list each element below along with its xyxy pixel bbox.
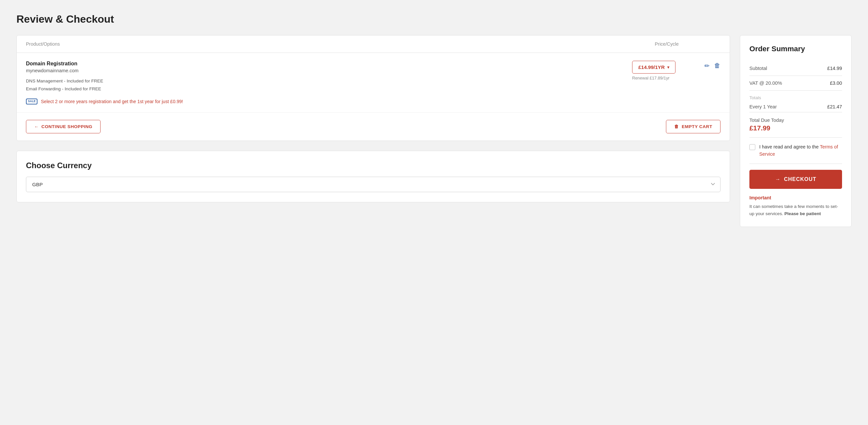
tos-checkbox[interactable] [749, 144, 755, 150]
total-due-label: Total Due Today [749, 118, 842, 123]
subtotal-value: £14.99 [827, 66, 842, 71]
cart-item-actions: ✏ 🗑 [704, 62, 720, 70]
vat-label: VAT @ 20.00% [749, 80, 782, 86]
renewal-text: Renewal £17.89/1yr [632, 75, 670, 80]
cart-item-row: Domain Registration mynewdomainname.com … [26, 61, 720, 104]
col-price-header: Price/Cycle [655, 41, 720, 46]
every1year-value: £21.47 [827, 104, 842, 109]
chevron-down-icon: ▾ [667, 65, 669, 70]
cart-item-price-col: £14.99/1YR ▾ Renewal £17.89/1yr [632, 61, 698, 80]
totals-section-label: Totals [749, 91, 842, 101]
important-title: Important [749, 194, 842, 202]
tos-row: I have read and agree to the Terms of Se… [749, 138, 842, 164]
currency-card: Choose Currency GBP USD EUR [17, 151, 730, 202]
edit-icon[interactable]: ✏ [704, 62, 710, 70]
tos-text-before: I have read and agree to the [759, 144, 820, 150]
checkout-button[interactable]: → CHECKOUT [749, 170, 842, 189]
cart-card: Product/Options Price/Cycle Domain Regis… [17, 35, 730, 141]
cart-item: Domain Registration mynewdomainname.com … [17, 53, 730, 113]
feature-email: Email Forwarding - Included for FREE [26, 85, 632, 93]
sale-promo: SALE Select 2 or more years registration… [26, 99, 632, 104]
cart-item-details: Domain Registration mynewdomainname.com … [26, 61, 632, 104]
important-section: Important It can sometimes take a few mo… [749, 194, 842, 218]
sale-badge: SALE [26, 99, 37, 104]
main-layout: Product/Options Price/Cycle Domain Regis… [17, 35, 851, 227]
continue-shopping-button[interactable]: ← CONTINUE SHOPPING [26, 120, 100, 133]
trash-icon: 🗑 [674, 124, 679, 129]
subtotal-label: Subtotal [749, 66, 767, 71]
price-value: £14.99/1YR [638, 64, 664, 70]
currency-section-title: Choose Currency [26, 161, 720, 170]
tos-text: I have read and agree to the Terms of Se… [759, 143, 842, 158]
continue-shopping-label: CONTINUE SHOPPING [41, 124, 92, 129]
arrow-left-icon: ← [34, 124, 39, 129]
right-column: Order Summary Subtotal £14.99 VAT @ 20.0… [740, 35, 851, 227]
subtotal-row: Subtotal £14.99 [749, 61, 842, 76]
currency-select[interactable]: GBP USD EUR [26, 177, 720, 192]
col-product-header: Product/Options [26, 41, 655, 46]
cart-item-name: Domain Registration [26, 61, 632, 67]
empty-cart-button[interactable]: 🗑 EMPTY CART [666, 120, 720, 133]
important-bold: Please be patient [784, 211, 821, 216]
total-due-section: Total Due Today £17.99 [749, 112, 842, 138]
promo-text: Select 2 or more years registration and … [41, 99, 183, 104]
cart-item-domain: mynewdomainname.com [26, 68, 632, 73]
arrow-right-icon: → [775, 176, 781, 182]
cart-actions: ← CONTINUE SHOPPING 🗑 EMPTY CART [17, 113, 730, 140]
feature-dns: DNS Management - Included for FREE [26, 77, 632, 85]
order-summary-card: Order Summary Subtotal £14.99 VAT @ 20.0… [740, 35, 851, 227]
vat-value: £3.00 [830, 80, 842, 86]
delete-icon[interactable]: 🗑 [714, 62, 720, 70]
cart-item-features: DNS Management - Included for FREE Email… [26, 77, 632, 93]
left-column: Product/Options Price/Cycle Domain Regis… [17, 35, 730, 202]
checkout-label: CHECKOUT [784, 176, 816, 182]
price-cycle-dropdown[interactable]: £14.99/1YR ▾ [632, 61, 676, 73]
cart-table-header: Product/Options Price/Cycle [17, 35, 730, 53]
page-title: Review & Checkout [17, 13, 851, 25]
order-summary-title: Order Summary [749, 45, 842, 53]
empty-cart-label: EMPTY CART [682, 124, 712, 129]
vat-row: VAT @ 20.00% £3.00 [749, 76, 842, 91]
every1year-label: Every 1 Year [749, 104, 777, 109]
every1year-row: Every 1 Year £21.47 [749, 101, 842, 112]
total-due-amount: £17.99 [749, 124, 842, 132]
